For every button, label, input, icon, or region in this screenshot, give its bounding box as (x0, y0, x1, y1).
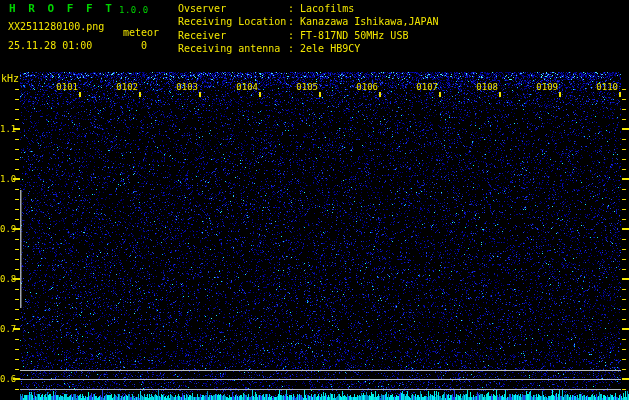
time-tick-label: 0107 (412, 82, 438, 92)
info-label: Receiving antenna (178, 43, 288, 54)
freq-tick-label: 0.7 (0, 324, 15, 334)
info-value: 2ele HB9CY (300, 43, 360, 54)
info-value: Kanazawa Ishikawa,JAPAN (300, 16, 438, 27)
freq-axis-unit: kHz (1, 74, 19, 84)
freq-tick-label: 0.9 (0, 224, 15, 234)
time-tick-label: 0105 (292, 82, 318, 92)
freq-tick-label: 1.0 (0, 174, 15, 184)
app-version: 1.0.0 (119, 5, 149, 16)
info-label: Ovserver (178, 3, 288, 14)
file-name: XX2511280100.png (8, 21, 104, 32)
datetime-label: 25.11.28 01:00 (8, 40, 92, 51)
time-tick-label: 0102 (112, 82, 138, 92)
time-tick-label: 0101 (52, 82, 78, 92)
info-colon: : (288, 3, 294, 14)
info-row: Ovserver: Lacofilms (178, 3, 439, 16)
time-tick-label: 0104 (232, 82, 258, 92)
meteor-count: 0 (141, 40, 147, 51)
info-row: Receiving antenna: 2ele HB9CY (178, 43, 439, 56)
hrofft-screen: H R O F F T 1.0.0 XX2511280100.png meteo… (0, 0, 629, 400)
info-value: Lacofilms (300, 3, 354, 14)
info-colon: : (288, 30, 294, 41)
freq-tick-label: 1.1 (0, 124, 15, 134)
observer-info-table: Ovserver: Lacofilms Receiving Location: … (178, 3, 439, 57)
time-tick-label: 0110 (592, 82, 618, 92)
time-tick-label: 0103 (172, 82, 198, 92)
app-title: H R O F F T (9, 3, 115, 14)
info-label: Receiver (178, 30, 288, 41)
info-colon: : (288, 16, 294, 27)
mode-label: meteor (123, 27, 159, 38)
info-colon: : (288, 43, 294, 54)
time-tick-label: 0106 (352, 82, 378, 92)
info-row: Receiving Location: Kanazawa Ishikawa,JA… (178, 16, 439, 29)
freq-tick-label: 0.6 (0, 374, 15, 384)
time-tick-label: 0108 (472, 82, 498, 92)
time-tick-label: 0109 (532, 82, 558, 92)
spectrogram-canvas (0, 0, 629, 400)
info-value: FT-817ND 50MHz USB (300, 30, 408, 41)
freq-tick-label: 0.8 (0, 274, 15, 284)
info-label: Receiving Location (178, 16, 288, 27)
info-row: Receiver: FT-817ND 50MHz USB (178, 30, 439, 43)
